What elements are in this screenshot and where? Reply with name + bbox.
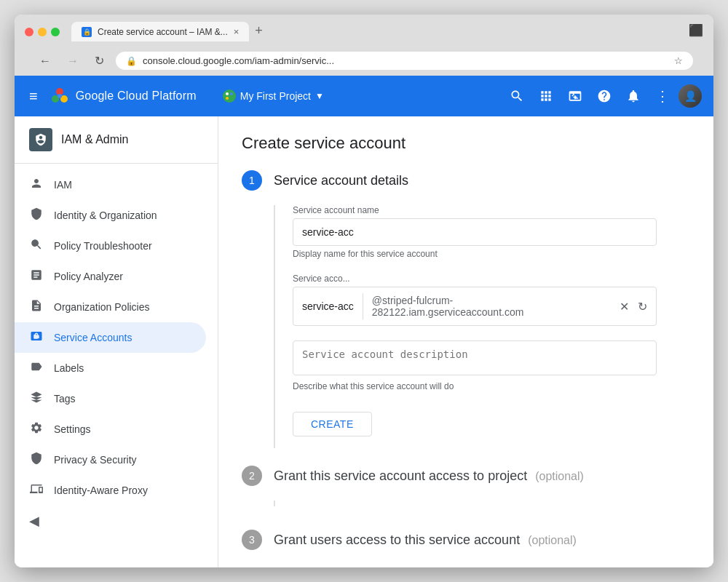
- svg-point-4: [226, 92, 229, 95]
- browser-window: 🔒 Create service account – IAM &... × + …: [15, 15, 713, 567]
- service-account-id-field: Service acco... service-acc @striped-ful…: [293, 274, 690, 326]
- service-account-id-row: service-acc @striped-fulcrum-282122.iam.…: [293, 287, 657, 326]
- refresh-button[interactable]: ↻: [90, 52, 108, 69]
- svg-point-5: [230, 92, 233, 95]
- step-1-header: 1 Service account details: [242, 170, 690, 191]
- sidebar-item-policy-analyzer[interactable]: Policy Analyzer: [15, 261, 218, 292]
- bookmark-icon[interactable]: ☆: [674, 55, 683, 66]
- service-account-name-label: Service account name: [293, 205, 690, 215]
- close-traffic-light[interactable]: [25, 28, 33, 36]
- brand-logo: Google Cloud Platform: [50, 86, 197, 106]
- more-icon: ⋮: [655, 87, 670, 105]
- service-account-id-prefix: service-acc: [293, 293, 363, 319]
- sidebar-item-org-policies[interactable]: Organization Policies: [15, 292, 218, 322]
- sidebar-item-tags[interactable]: Tags: [15, 383, 218, 414]
- apps-nav-button[interactable]: [533, 83, 559, 109]
- sidebar-identity-label: Identity & Organization: [54, 210, 157, 221]
- step-3-title: Grant users access to this service accou…: [274, 533, 577, 548]
- service-account-description-helper: Describe what this service account will …: [293, 381, 690, 391]
- step-2-section: 2 Grant this service account access to p…: [242, 466, 690, 512]
- clear-id-button[interactable]: ✕: [617, 297, 632, 316]
- identity-icon: [29, 207, 44, 223]
- collapse-icon: ◀: [29, 513, 39, 529]
- sidebar-item-service-accounts[interactable]: Service Accounts: [15, 322, 206, 353]
- nav-icons: ⋮ 👤: [504, 83, 702, 109]
- sidebar-policy-analyzer-label: Policy Analyzer: [54, 271, 123, 282]
- privacy-icon: [29, 452, 44, 468]
- sidebar-header: IAM & Admin: [15, 116, 218, 164]
- address-bar[interactable]: 🔒 console.cloud.google.com/iam-admin/ser…: [116, 52, 693, 70]
- tab-favicon: 🔒: [82, 27, 92, 37]
- sidebar-collapse-button[interactable]: ◀: [15, 506, 218, 536]
- service-account-name-input[interactable]: [293, 218, 657, 246]
- service-account-id-actions: ✕ ↻: [611, 297, 656, 316]
- step-1-section: 1 Service account details Service accoun…: [242, 170, 690, 448]
- iam-icon: [29, 177, 44, 193]
- user-avatar[interactable]: 👤: [678, 84, 702, 108]
- tags-icon: [29, 391, 44, 407]
- step-3-section: 3 Grant users access to this service acc…: [242, 530, 690, 550]
- active-tab[interactable]: 🔒 Create service account – IAM &... ×: [71, 22, 249, 41]
- search-nav-button[interactable]: [504, 83, 530, 109]
- sidebar-item-privacy[interactable]: Privacy & Security: [15, 445, 218, 475]
- service-account-description-input[interactable]: [293, 340, 657, 375]
- service-account-name-helper: Display name for this service account: [293, 249, 690, 259]
- browser-titlebar: 🔒 Create service account – IAM &... × + …: [15, 15, 713, 76]
- sidebar-iam-label: IAM: [54, 179, 72, 191]
- browser-tabs: 🔒 Create service account – IAM &... × +: [71, 22, 683, 41]
- policy-troubleshooter-icon: [29, 238, 44, 254]
- notifications-nav-button[interactable]: [620, 83, 646, 109]
- traffic-lights: [25, 28, 60, 36]
- help-nav-button[interactable]: [591, 83, 617, 109]
- sidebar-privacy-label: Privacy & Security: [54, 454, 137, 466]
- settings-icon: [29, 421, 44, 437]
- sidebar-nav: IAM Identity & Organization: [15, 164, 218, 542]
- sidebar-iap-label: Identity-Aware Proxy: [54, 485, 148, 496]
- maximize-traffic-light[interactable]: [51, 28, 60, 36]
- refresh-id-button[interactable]: ↻: [635, 297, 650, 316]
- iap-icon: [29, 482, 44, 498]
- sidebar-item-iap[interactable]: Identity-Aware Proxy: [15, 475, 218, 506]
- project-selector[interactable]: My First Project ▼: [217, 87, 330, 105]
- sidebar-settings-label: Settings: [54, 423, 91, 435]
- shield-person-icon: [34, 133, 47, 146]
- project-name: My First Project: [240, 90, 311, 102]
- apps-icon: [539, 89, 553, 103]
- terminal-nav-button[interactable]: [562, 83, 588, 109]
- sidebar-item-settings[interactable]: Settings: [15, 414, 218, 445]
- app-content: ≡ Google Cloud Platform: [15, 76, 713, 567]
- tab-close-button[interactable]: ×: [234, 26, 240, 37]
- new-tab-button[interactable]: +: [250, 23, 267, 39]
- service-account-description-field: Describe what this service account will …: [293, 340, 690, 391]
- org-policies-icon: [29, 299, 44, 315]
- search-icon: [510, 89, 524, 103]
- service-account-name-field: Service account name Display name for th…: [293, 205, 690, 259]
- svg-point-7: [230, 97, 233, 100]
- sidebar: IAM & Admin IAM: [15, 116, 218, 567]
- step-3-optional: (optional): [528, 534, 577, 546]
- sidebar-item-identity[interactable]: Identity & Organization: [15, 200, 218, 231]
- sidebar-item-policy-troubleshooter[interactable]: Policy Troubleshooter: [15, 231, 218, 261]
- step-2-header: 2 Grant this service account access to p…: [242, 466, 690, 486]
- sidebar-org-policies-label: Organization Policies: [54, 301, 150, 313]
- sidebar-item-iam[interactable]: IAM: [15, 170, 218, 200]
- content-area: Create service account 1 Service account…: [218, 116, 713, 567]
- step-3-header: 3 Grant users access to this service acc…: [242, 530, 690, 550]
- sidebar-item-labels[interactable]: Labels: [15, 353, 218, 383]
- browser-controls: 🔒 Create service account – IAM &... × + …: [25, 22, 703, 41]
- back-button[interactable]: ←: [35, 53, 55, 69]
- notifications-icon: [626, 89, 641, 103]
- create-button[interactable]: CREATE: [293, 412, 372, 436]
- more-nav-button[interactable]: ⋮: [649, 83, 676, 109]
- hamburger-menu[interactable]: ≡: [26, 85, 41, 108]
- service-account-id-suffix: @striped-fulcrum-282122.iam.gserviceacco…: [363, 287, 611, 325]
- forward-button[interactable]: →: [63, 53, 83, 69]
- minimize-traffic-light[interactable]: [38, 28, 47, 36]
- sidebar-service-accounts-label: Service Accounts: [54, 332, 132, 343]
- policy-analyzer-icon: [29, 268, 44, 284]
- help-icon: [597, 89, 612, 103]
- step-2-number: 2: [242, 466, 262, 486]
- project-icon: [223, 89, 236, 103]
- step-2-body: [274, 501, 690, 512]
- brand-name: Google Cloud Platform: [76, 89, 197, 103]
